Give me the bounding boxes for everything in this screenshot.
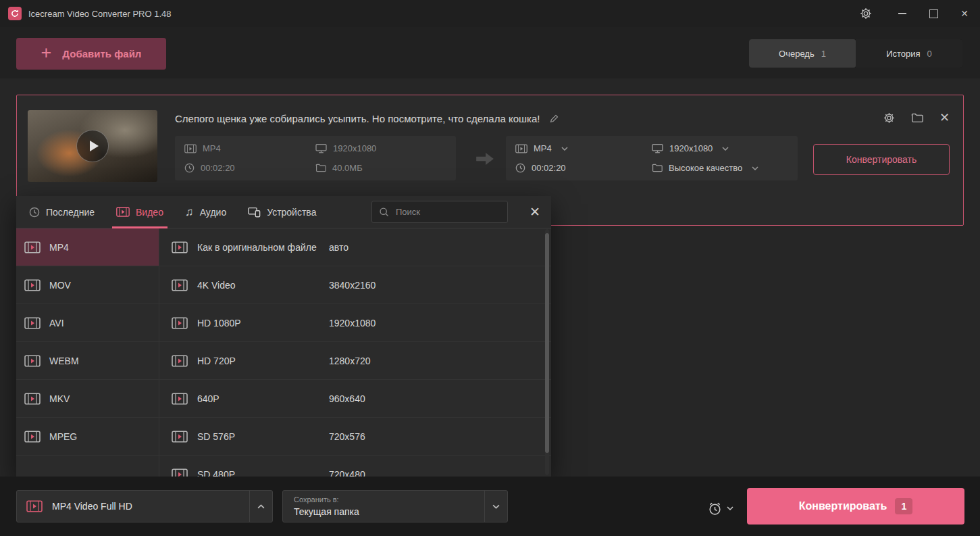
play-icon [90,141,99,151]
chevron-down-icon [752,166,758,170]
add-file-button[interactable]: + Добавить файл [16,38,166,70]
preset-row-4k[interactable]: 4K Video 3840x2160 [159,266,551,304]
preset-list: Как в оригинальном файле авто 4K Video 3… [159,228,551,477]
film-icon [184,144,197,153]
convert-item-button[interactable]: Конвертировать [813,144,950,175]
queue-label: Очередь [779,49,815,59]
preset-row-original[interactable]: Как в оригинальном файле авто [159,228,551,266]
output-format-select[interactable]: MP4 [515,143,652,153]
play-button[interactable] [76,130,109,162]
preset-row-480p[interactable]: SD 480P 720x480 [159,456,551,477]
convert-count-badge: 1 [895,498,912,514]
titlebar: Icecream Video Converter PRO 1.48 ✕ [0,0,980,27]
tab-audio[interactable]: ♫ Аудио [183,196,228,228]
format-popup: Последние Видео ♫ Аудио Устройства ✕ [16,196,551,477]
devices-icon [248,207,261,218]
tab-devices[interactable]: Устройства [246,196,318,228]
save-location-selector[interactable]: Сохранить в: Текущая папка [282,490,508,522]
video-file-icon [172,355,188,367]
preset-row-720p[interactable]: HD 720P 1280x720 [159,342,551,380]
video-file-icon [24,241,41,253]
popup-header: Последние Видео ♫ Аудио Устройства ✕ [16,196,551,228]
source-info-box: MP4 1920x1080 00:02:20 40.0МБ [175,136,456,180]
output-duration: 00:02:20 [515,163,652,173]
settings-gear-icon[interactable] [850,0,881,27]
chevron-down-icon [722,147,729,151]
chevron-down-icon [492,504,500,509]
output-resolution-select[interactable]: 1920x1080 [652,143,788,153]
format-selector-toggle[interactable] [249,491,272,522]
edit-pencil-icon[interactable] [549,114,559,124]
video-file-icon [26,500,43,512]
close-button[interactable]: ✕ [949,0,980,27]
preset-row-1080p[interactable]: HD 1080P 1920x1080 [159,304,551,342]
video-file-icon [172,241,188,253]
format-row-mpeg[interactable]: MPEG [16,418,159,456]
timer-icon [708,501,722,516]
scrollbar-track[interactable] [545,229,549,475]
add-file-label: Добавить файл [62,48,141,59]
output-format-selector[interactable]: MP4 Video Full HD [16,490,273,522]
preset-row-576p[interactable]: SD 576P 720x576 [159,418,551,456]
monitor-icon [652,143,663,153]
schedule-control[interactable] [708,501,733,516]
output-quality-select[interactable]: Высокое качество [652,163,788,173]
video-thumbnail[interactable] [28,110,157,182]
video-file-icon [172,431,188,443]
format-row-mov[interactable]: MOV [16,266,159,304]
plus-icon: + [41,44,52,62]
video-icon [116,207,130,217]
video-file-icon [172,279,188,291]
video-file-icon [24,279,41,291]
history-count: 0 [927,49,932,59]
arrow-right-icon [475,151,495,167]
remove-item-icon[interactable]: ✕ [939,110,950,125]
convert-all-button[interactable]: Конвертировать 1 [747,488,964,525]
tab-video[interactable]: Видео [114,196,165,228]
scrollbar-thumb[interactable] [545,233,549,453]
minimize-button[interactable] [887,0,918,27]
video-file-icon [24,431,41,443]
search-box [371,201,508,223]
maximize-button[interactable] [918,0,949,27]
popup-close-icon[interactable]: ✕ [530,196,540,228]
history-clock-icon [29,207,40,218]
video-file-icon [172,393,188,405]
source-size: 40.0МБ [315,163,446,173]
tab-queue[interactable]: Очередь 1 [749,39,856,68]
maximize-icon [929,9,938,18]
selected-format-label: MP4 Video Full HD [52,501,132,512]
clock-icon [184,163,195,173]
item-settings-gear-icon[interactable] [883,112,895,124]
chevron-down-icon [561,147,568,151]
music-note-icon: ♫ [185,206,194,218]
save-to-label: Сохранить в: [294,495,484,504]
folder-icon [315,164,326,172]
format-row-mkv[interactable]: MKV [16,380,159,418]
video-file-icon [172,317,188,329]
preset-row-640p[interactable]: 640P 960x640 [159,380,551,418]
app-window: Icecream Video Converter PRO 1.48 ✕ + До… [0,0,980,536]
format-row-avi[interactable]: AVI [16,304,159,342]
film-icon [515,144,527,153]
folder-icon [652,164,663,172]
format-list: MP4 MOV AVI WEBM MKV [16,228,159,477]
format-row-webm[interactable]: WEBM [16,342,159,380]
save-selector-toggle[interactable] [484,491,507,522]
monitor-icon [315,143,327,153]
video-file-icon [172,468,188,477]
app-logo-icon [8,7,22,20]
tab-recent[interactable]: Последние [27,196,97,228]
save-to-value: Текущая папка [294,506,484,517]
search-icon [379,207,389,217]
open-folder-icon[interactable] [911,113,923,123]
video-title: Слепого щенка уже собирались усыпить. Но… [175,113,540,124]
video-file-icon [24,393,41,405]
format-row-mp4[interactable]: MP4 [16,228,159,266]
tab-history[interactable]: История 0 [856,39,962,68]
search-input[interactable] [394,206,500,218]
minimize-icon [898,13,906,14]
source-resolution: 1920x1080 [315,143,446,153]
source-format: MP4 [184,143,315,153]
history-label: История [886,49,920,59]
